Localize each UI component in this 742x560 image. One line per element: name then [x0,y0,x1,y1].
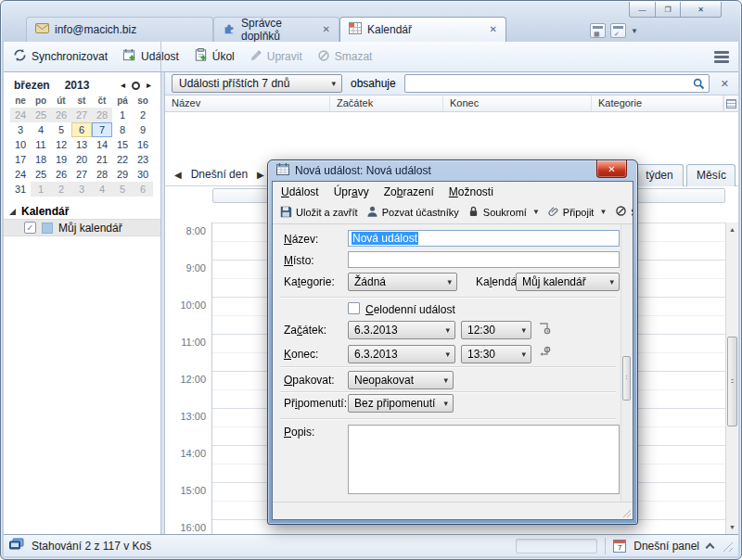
today-button[interactable]: Dnešní den [191,168,248,181]
open-tasks-tab-icon[interactable]: ✓ [610,23,626,38]
allday-checkbox[interactable] [348,302,360,314]
reminder-dropdown[interactable]: Bez připomenutí [348,394,454,413]
minicalendar-day[interactable]: 7 [92,122,112,137]
column-header-start[interactable]: Začátek [330,95,443,111]
privacy-button[interactable]: Soukromí ▼ [467,205,540,220]
end-date-dropdown[interactable]: 6.3.2013 [348,345,455,363]
prev-month-icon[interactable]: ◂ [121,81,125,90]
column-header-category[interactable]: Kategorie [592,95,723,111]
today-circle-icon[interactable] [132,82,140,90]
minicalendar-day[interactable]: 1 [31,182,51,197]
column-picker-icon[interactable] [723,95,738,111]
dialog-scrollbar-thumb[interactable] [622,356,631,401]
minicalendar-day[interactable]: 26 [51,108,71,122]
minicalendar-day[interactable]: 26 [51,167,71,182]
next-day-icon[interactable]: ▶ [257,170,264,180]
minicalendar-day[interactable]: 24 [10,167,31,182]
event-range-dropdown[interactable]: Události příštích 7 dnů [172,74,342,93]
today-pane-toggle[interactable]: Dnešní panel [633,540,699,553]
minicalendar-day[interactable]: 27 [71,108,92,122]
minicalendar-day[interactable]: 3 [10,122,31,137]
calendar-list-header[interactable]: Kalendář [4,202,160,221]
minicalendar-day[interactable]: 17 [10,152,31,167]
scroll-down-icon[interactable] [726,520,738,534]
app-menu-icon[interactable] [714,51,729,63]
dialog-resize-grip[interactable] [621,508,631,517]
title-input[interactable]: Nová událost [348,230,620,247]
invite-attendees-button[interactable]: Pozvat účastníky [366,205,459,220]
privacy-dropdown-icon[interactable]: ▼ [532,208,540,216]
menu-upravy[interactable]: Úpravy [334,185,369,200]
category-dropdown[interactable]: Žádná [348,273,457,291]
menu-udalost[interactable]: Událost [281,185,319,200]
window-resize-grip[interactable] [721,540,733,552]
tab-close-icon[interactable]: ✕ [490,25,497,34]
dialog-titlebar[interactable]: Nová událost: Nová událost [276,163,431,178]
minicalendar-day[interactable]: 12 [51,137,71,152]
chevron-down-icon[interactable]: ▼ [631,27,638,35]
end-timezone-icon[interactable] [538,345,551,360]
minicalendar-day[interactable]: 24 [10,108,31,122]
start-timezone-icon[interactable] [538,321,551,336]
scroll-up-icon[interactable] [726,223,738,236]
minicalendar-day[interactable]: 5 [112,182,133,197]
minicalendar-day[interactable]: 4 [92,182,112,197]
save-and-close-button[interactable]: Uložit a zavřít [279,205,358,220]
minicalendar-month[interactable]: březen [14,79,50,92]
location-input[interactable] [348,251,620,268]
search-input[interactable] [405,75,709,92]
new-event-button[interactable]: Událost [122,48,179,65]
minicalendar-day[interactable]: 31 [10,182,31,197]
minicalendar-day[interactable]: 11 [31,137,51,152]
minicalendar-day[interactable]: 21 [92,152,112,167]
tab-mail[interactable]: info@macich.biz [26,17,213,42]
minicalendar-day[interactable]: 4 [31,122,51,137]
minicalendar-day[interactable]: 10 [10,137,31,152]
tab-month-view[interactable]: Měsíc [686,164,736,186]
minimize-button[interactable]: — [629,2,656,18]
start-date-dropdown[interactable]: 6.3.2013 [348,321,455,339]
tab-close-icon[interactable]: ✕ [323,25,330,34]
next-month-icon[interactable]: ▸ [147,81,151,90]
synchronize-button[interactable]: Synchronizovat [13,48,108,65]
minicalendar-day[interactable]: 16 [133,137,153,152]
tab-addons[interactable]: Správce doplňků ✕ [213,17,339,42]
minicalendar-day[interactable]: 6 [71,122,92,137]
open-calendar-tab-icon[interactable]: ▦ [590,23,606,38]
start-time-dropdown[interactable]: 12:30 [461,321,531,339]
delete-button[interactable]: Smazat [317,49,373,65]
calendar-list-item[interactable]: ✓ Můj kalendář [4,219,160,236]
chevron-up-icon[interactable] [706,542,715,552]
calendar-checkbox[interactable]: ✓ [24,222,36,234]
description-textarea[interactable] [348,425,620,494]
close-button[interactable]: ✕ [680,2,722,18]
minicalendar-day[interactable]: 9 [133,122,153,137]
end-time-dropdown[interactable]: 13:30 [461,345,531,363]
minicalendar-day[interactable]: 5 [51,122,71,137]
repeat-dropdown[interactable]: Neopakovat [348,371,454,389]
tab-week-view[interactable]: týden [635,164,684,186]
minicalendar-day[interactable]: 6 [133,182,153,197]
maximize-button[interactable]: ❐ [655,2,681,18]
tab-calendar[interactable]: Kalendář ✕ [339,17,506,42]
dialog-close-button[interactable]: ✕ [596,160,627,178]
minicalendar-day[interactable]: 28 [92,108,112,122]
edit-button[interactable]: Upravit [249,49,302,65]
dialog-delete-button[interactable]: Smazat [615,205,633,219]
minicalendar-day[interactable]: 25 [31,108,51,122]
scrollbar-thumb[interactable] [727,337,737,426]
minicalendar-day[interactable]: 2 [133,108,153,122]
dialog-scrollbar[interactable] [620,224,632,502]
prev-day-icon[interactable]: ◀ [174,170,182,180]
minicalendar-day[interactable]: 15 [112,137,133,152]
calendar-dropdown[interactable]: Můj kalendář [516,273,620,291]
minicalendar-day[interactable]: 18 [31,152,51,167]
menu-moznosti[interactable]: Možnosti [449,185,493,200]
minicalendar-day[interactable]: 30 [133,167,153,182]
minicalendar-day[interactable]: 19 [51,152,71,167]
minicalendar-day[interactable]: 3 [71,182,92,197]
minicalendar-day[interactable]: 25 [31,167,51,182]
minicalendar-day[interactable]: 29 [112,167,133,182]
minicalendar-day[interactable]: 20 [71,152,92,167]
minicalendar-day[interactable]: 28 [92,167,112,182]
